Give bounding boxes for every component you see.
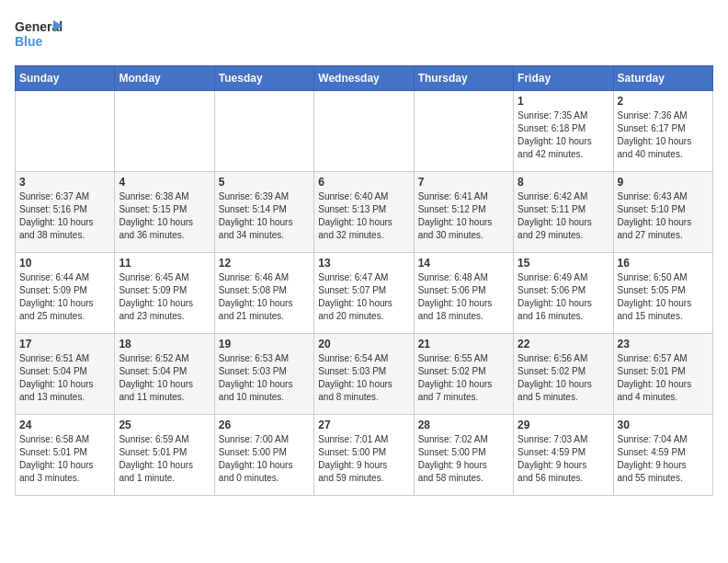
header-sunday: Sunday (16, 66, 115, 91)
day-cell: 9Sunrise: 6:43 AM Sunset: 5:10 PM Daylig… (613, 172, 712, 253)
day-cell: 14Sunrise: 6:48 AM Sunset: 5:06 PM Dayli… (414, 253, 513, 334)
day-number: 17 (19, 338, 110, 350)
day-number: 25 (119, 419, 210, 431)
day-cell (115, 91, 214, 172)
day-cell: 5Sunrise: 6:39 AM Sunset: 5:14 PM Daylig… (214, 172, 313, 253)
day-number: 7 (418, 176, 509, 189)
week-row-3: 10Sunrise: 6:44 AM Sunset: 5:09 PM Dayli… (16, 253, 713, 334)
svg-text:Blue: Blue (15, 34, 43, 49)
day-info: Sunrise: 6:56 AM Sunset: 5:02 PM Dayligh… (518, 352, 609, 404)
day-cell: 21Sunrise: 6:55 AM Sunset: 5:02 PM Dayli… (414, 334, 513, 415)
day-info: Sunrise: 6:54 AM Sunset: 5:03 PM Dayligh… (318, 352, 409, 404)
day-info: Sunrise: 7:00 AM Sunset: 5:00 PM Dayligh… (219, 433, 310, 485)
calendar: SundayMondayTuesdayWednesdayThursdayFrid… (15, 65, 713, 496)
day-cell: 17Sunrise: 6:51 AM Sunset: 5:04 PM Dayli… (16, 334, 115, 415)
week-row-5: 24Sunrise: 6:58 AM Sunset: 5:01 PM Dayli… (16, 415, 713, 496)
day-cell: 12Sunrise: 6:46 AM Sunset: 5:08 PM Dayli… (214, 253, 313, 334)
week-row-2: 3Sunrise: 6:37 AM Sunset: 5:16 PM Daylig… (16, 172, 713, 253)
day-cell: 25Sunrise: 6:59 AM Sunset: 5:01 PM Dayli… (115, 415, 214, 496)
day-number: 1 (518, 95, 609, 108)
day-number: 5 (219, 176, 310, 189)
header-monday: Monday (115, 66, 214, 91)
day-number: 16 (618, 257, 709, 270)
day-cell: 27Sunrise: 7:01 AM Sunset: 5:00 PM Dayli… (314, 415, 414, 496)
day-cell: 2Sunrise: 7:36 AM Sunset: 6:17 PM Daylig… (613, 91, 712, 172)
day-info: Sunrise: 6:45 AM Sunset: 5:09 PM Dayligh… (119, 271, 210, 323)
header-thursday: Thursday (414, 66, 513, 91)
day-number: 18 (119, 338, 210, 350)
day-number: 19 (219, 338, 310, 350)
day-info: Sunrise: 6:50 AM Sunset: 5:05 PM Dayligh… (618, 271, 709, 323)
day-number: 3 (19, 176, 110, 189)
day-number: 15 (518, 257, 609, 270)
day-cell: 23Sunrise: 6:57 AM Sunset: 5:01 PM Dayli… (613, 334, 712, 415)
day-number: 8 (518, 176, 609, 189)
day-info: Sunrise: 6:42 AM Sunset: 5:11 PM Dayligh… (518, 190, 609, 242)
day-cell: 24Sunrise: 6:58 AM Sunset: 5:01 PM Dayli… (16, 415, 115, 496)
day-cell: 6Sunrise: 6:40 AM Sunset: 5:13 PM Daylig… (314, 172, 414, 253)
day-cell: 20Sunrise: 6:54 AM Sunset: 5:03 PM Dayli… (314, 334, 414, 415)
day-info: Sunrise: 7:01 AM Sunset: 5:00 PM Dayligh… (318, 433, 409, 485)
day-cell: 13Sunrise: 6:47 AM Sunset: 5:07 PM Dayli… (314, 253, 414, 334)
day-info: Sunrise: 7:35 AM Sunset: 6:18 PM Dayligh… (518, 109, 609, 161)
day-info: Sunrise: 7:04 AM Sunset: 4:59 PM Dayligh… (618, 433, 709, 485)
day-info: Sunrise: 6:55 AM Sunset: 5:02 PM Dayligh… (418, 352, 509, 404)
day-number: 12 (219, 257, 310, 270)
day-cell: 7Sunrise: 6:41 AM Sunset: 5:12 PM Daylig… (414, 172, 513, 253)
day-number: 9 (618, 176, 709, 189)
day-info: Sunrise: 6:39 AM Sunset: 5:14 PM Dayligh… (219, 190, 310, 242)
header-saturday: Saturday (613, 66, 712, 91)
day-info: Sunrise: 6:53 AM Sunset: 5:03 PM Dayligh… (219, 352, 310, 404)
day-info: Sunrise: 6:58 AM Sunset: 5:01 PM Dayligh… (19, 433, 110, 485)
day-info: Sunrise: 6:52 AM Sunset: 5:04 PM Dayligh… (119, 352, 210, 404)
day-number: 4 (119, 176, 210, 189)
day-number: 2 (618, 95, 709, 108)
day-cell: 30Sunrise: 7:04 AM Sunset: 4:59 PM Dayli… (613, 415, 712, 496)
day-cell: 22Sunrise: 6:56 AM Sunset: 5:02 PM Dayli… (514, 334, 613, 415)
day-cell (314, 91, 414, 172)
day-cell: 8Sunrise: 6:42 AM Sunset: 5:11 PM Daylig… (514, 172, 613, 253)
week-row-4: 17Sunrise: 6:51 AM Sunset: 5:04 PM Dayli… (16, 334, 713, 415)
day-info: Sunrise: 7:03 AM Sunset: 4:59 PM Dayligh… (518, 433, 609, 485)
day-info: Sunrise: 6:37 AM Sunset: 5:16 PM Dayligh… (19, 190, 110, 242)
day-info: Sunrise: 6:57 AM Sunset: 5:01 PM Dayligh… (618, 352, 709, 404)
day-cell: 28Sunrise: 7:02 AM Sunset: 5:00 PM Dayli… (414, 415, 513, 496)
day-cell: 4Sunrise: 6:38 AM Sunset: 5:15 PM Daylig… (115, 172, 214, 253)
day-number: 28 (418, 419, 509, 431)
day-info: Sunrise: 6:43 AM Sunset: 5:10 PM Dayligh… (618, 190, 709, 242)
day-info: Sunrise: 7:36 AM Sunset: 6:17 PM Dayligh… (618, 109, 709, 161)
day-info: Sunrise: 6:59 AM Sunset: 5:01 PM Dayligh… (119, 433, 210, 485)
day-number: 26 (219, 419, 310, 431)
day-info: Sunrise: 6:38 AM Sunset: 5:15 PM Dayligh… (119, 190, 210, 242)
header-friday: Friday (514, 66, 613, 91)
day-cell (414, 91, 513, 172)
day-number: 20 (318, 338, 409, 350)
day-number: 27 (318, 419, 409, 431)
day-number: 6 (318, 176, 409, 189)
day-cell: 3Sunrise: 6:37 AM Sunset: 5:16 PM Daylig… (16, 172, 115, 253)
day-cell: 10Sunrise: 6:44 AM Sunset: 5:09 PM Dayli… (16, 253, 115, 334)
header: GeneralBlue (15, 15, 713, 56)
day-info: Sunrise: 6:51 AM Sunset: 5:04 PM Dayligh… (19, 352, 110, 404)
day-cell: 26Sunrise: 7:00 AM Sunset: 5:00 PM Dayli… (214, 415, 313, 496)
day-number: 10 (19, 257, 110, 270)
day-cell (214, 91, 313, 172)
day-number: 21 (418, 338, 509, 350)
day-cell: 1Sunrise: 7:35 AM Sunset: 6:18 PM Daylig… (514, 91, 613, 172)
calendar-header-row: SundayMondayTuesdayWednesdayThursdayFrid… (16, 66, 713, 91)
day-cell (16, 91, 115, 172)
day-cell: 29Sunrise: 7:03 AM Sunset: 4:59 PM Dayli… (514, 415, 613, 496)
day-cell: 15Sunrise: 6:49 AM Sunset: 5:06 PM Dayli… (514, 253, 613, 334)
day-cell: 11Sunrise: 6:45 AM Sunset: 5:09 PM Dayli… (115, 253, 214, 334)
logo-icon: GeneralBlue (15, 15, 65, 56)
day-number: 30 (618, 419, 709, 431)
day-cell: 16Sunrise: 6:50 AM Sunset: 5:05 PM Dayli… (613, 253, 712, 334)
header-wednesday: Wednesday (314, 66, 414, 91)
day-cell: 18Sunrise: 6:52 AM Sunset: 5:04 PM Dayli… (115, 334, 214, 415)
day-number: 22 (518, 338, 609, 350)
day-info: Sunrise: 6:41 AM Sunset: 5:12 PM Dayligh… (418, 190, 509, 242)
day-info: Sunrise: 7:02 AM Sunset: 5:00 PM Dayligh… (418, 433, 509, 485)
day-info: Sunrise: 6:40 AM Sunset: 5:13 PM Dayligh… (318, 190, 409, 242)
day-info: Sunrise: 6:44 AM Sunset: 5:09 PM Dayligh… (19, 271, 110, 323)
day-info: Sunrise: 6:46 AM Sunset: 5:08 PM Dayligh… (219, 271, 310, 323)
